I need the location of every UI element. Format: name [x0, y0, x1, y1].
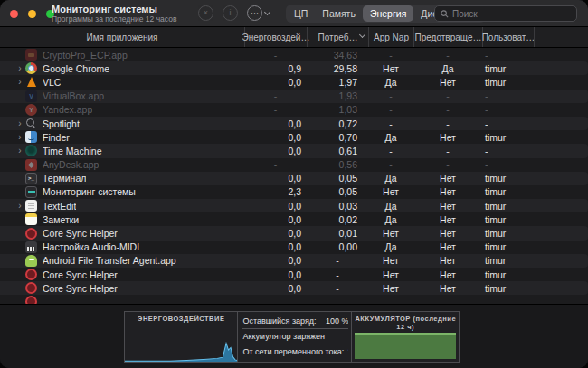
app-nap-cell: -: [368, 146, 413, 156]
battery-level-fill: [355, 333, 456, 359]
user-cell: timur: [482, 63, 534, 74]
disclosure-triangle-icon[interactable]: ›: [14, 132, 25, 142]
quit-process-icon[interactable]: ×: [198, 5, 213, 21]
app-name-cell: ›TextEdit: [0, 200, 244, 212]
energy-impact-cell: 0,0: [244, 228, 307, 239]
process-table: CryptoPro_ECP.app-34,63---›Google Chrome…: [0, 48, 588, 304]
app-nap-cell: Нет: [368, 228, 413, 239]
table-row[interactable]: Core Sync Helper0,00,01НетНетtimur: [0, 226, 588, 240]
app-nap-cell: Да: [368, 132, 413, 143]
more-options-button[interactable]: ···: [247, 5, 270, 21]
chevron-down-icon: [264, 8, 270, 14]
tab-memory[interactable]: Память: [315, 5, 363, 22]
table-row[interactable]: Заметки0,00,02ДаНетtimur: [0, 212, 588, 226]
disclosure-triangle-icon[interactable]: ›: [14, 63, 25, 73]
search-input[interactable]: [452, 9, 571, 19]
disclosure-triangle-icon[interactable]: ›: [14, 146, 25, 156]
table-row[interactable]: AnyDesk.app-0,56---: [0, 158, 588, 172]
table-row[interactable]: ›TextEdit0,00,03ДаНетtimur: [0, 199, 588, 212]
tab-cpu[interactable]: ЦП: [287, 5, 315, 22]
preventing-sleep-cell: -: [413, 90, 482, 101]
column-header-user[interactable]: Пользоват…: [482, 27, 534, 47]
finder-app-icon: [25, 131, 37, 143]
inspect-process-icon[interactable]: i: [223, 5, 238, 21]
app-name: CryptoPro_ECP.app: [43, 50, 128, 61]
app-name-cell: Core Sync Helper: [0, 282, 244, 294]
app-nap-cell: Да: [368, 214, 413, 225]
android-app-icon: [25, 255, 37, 267]
table-row[interactable]: >_Терминал0,00,05ДаНетtimur: [0, 172, 588, 185]
table-row[interactable]: ›Spotlight0,00,72---: [0, 117, 588, 130]
table-row[interactable]: ›Google Chrome0,929,58НетДаtimur: [0, 61, 588, 75]
disclosure-triangle-icon[interactable]: ›: [14, 118, 25, 128]
table-row[interactable]: Настройка Audio-MIDI0,00,00ДаНетtimur: [0, 241, 588, 254]
column-header-filler: [534, 27, 588, 47]
window-title: Мониторинг системы: [52, 4, 176, 14]
battery-info-row: Оставшийся заряд:100 %: [242, 314, 348, 329]
app-name-cell: >_Терминал: [0, 173, 244, 184]
app-name-cell: Настройка Audio-MIDI: [0, 241, 244, 253]
user-cell: timur: [482, 132, 534, 143]
column-label: Имя приложения: [87, 33, 158, 42]
app-nap-cell: -: [368, 104, 413, 115]
app-name: Core Sync Helper: [43, 269, 118, 280]
table-row[interactable]: Мониторинг системы2,30,05НетНетtimur: [0, 185, 588, 199]
ellipsis-icon[interactable]: ···: [247, 5, 262, 21]
table-row[interactable]: Android File Transfer Agent.app0,0-НетНе…: [0, 254, 588, 268]
user-cell: timur: [482, 255, 534, 266]
energy-impact-cell: 0,0: [244, 132, 307, 143]
column-header-appnap[interactable]: App Nap: [368, 27, 413, 47]
app-name: VLC: [43, 77, 61, 88]
column-header-power[interactable]: Потреб…: [307, 27, 368, 47]
table-row[interactable]: ›VLC0,01,97ДаНетtimur: [0, 75, 588, 89]
app-name-cell: Заметки: [0, 213, 244, 225]
app-name-cell: ›Time Machine: [0, 145, 244, 156]
energy-impact-cell: 0,0: [244, 269, 307, 280]
coresync-app-icon: [25, 282, 37, 294]
app-name: Терминал: [43, 173, 86, 184]
power-usage-cell: 0,72: [307, 118, 368, 129]
info-label: Оставшийся заряд:: [242, 316, 316, 326]
table-row[interactable]: YYandex.app-1,03---: [0, 103, 588, 117]
audiomidi-app-icon: [25, 241, 37, 253]
info-value: 12:38: [347, 347, 348, 356]
energy-impact-cell: -: [244, 50, 307, 61]
table-row[interactable]: Core Sync Helper0,0-НетНетtimur: [0, 281, 588, 295]
table-row[interactable]: ›Time Machine0,00,61---: [0, 144, 588, 157]
column-label: Предотвраще…: [415, 33, 482, 42]
preventing-sleep-cell: Нет: [413, 201, 482, 212]
app-name: Core Sync Helper: [43, 283, 118, 294]
table-row[interactable]: [0, 295, 588, 304]
close-window-button[interactable]: [10, 10, 18, 18]
app-nap-cell: Да: [368, 241, 413, 252]
tab-energy[interactable]: Энергия: [363, 5, 413, 22]
table-row[interactable]: Core Sync Helper0,0-НетНетtimur: [0, 268, 588, 281]
toolbar-actions: × i ···: [198, 5, 270, 21]
app-nap-cell: -: [368, 159, 413, 170]
disclosure-triangle-icon[interactable]: ›: [14, 77, 25, 87]
power-usage-cell: 0,03: [307, 201, 368, 212]
disclosure-triangle-icon[interactable]: ›: [14, 201, 25, 211]
energy-impact-cell: 0,0: [244, 173, 307, 184]
app-nap-cell: Да: [368, 201, 413, 212]
column-header-energy[interactable]: Энерговоздей…: [244, 27, 307, 47]
column-header-name[interactable]: Имя приложения: [0, 27, 244, 47]
energy-impact-cell: 0,0: [244, 146, 307, 156]
app-name-cell: ›VLC: [0, 76, 244, 88]
column-header-sleep[interactable]: Предотвраще…: [413, 27, 482, 47]
app-name-cell: Core Sync Helper: [0, 269, 244, 280]
yandex-app-icon: Y: [25, 104, 37, 116]
search-field[interactable]: [434, 5, 577, 22]
app-name: Yandex.app: [43, 104, 92, 115]
table-row[interactable]: ›Finder0,00,70ДаНетtimur: [0, 130, 588, 144]
info-value: 100 %: [326, 316, 349, 326]
preventing-sleep-cell: Нет: [413, 255, 482, 266]
table-row[interactable]: CryptoPro_ECP.app-34,63---: [0, 48, 588, 61]
title-block: Мониторинг системы Программы за последни…: [52, 4, 176, 24]
minimize-window-button[interactable]: [28, 10, 36, 18]
table-header: Имя приложенияЭнерговоздей…Потреб…App Na…: [0, 27, 588, 48]
energy-impact-chart: [125, 326, 237, 362]
table-row[interactable]: VVirtualBox.app-1,93---: [0, 90, 588, 103]
preventing-sleep-cell: -: [413, 159, 482, 170]
preventing-sleep-cell: Нет: [413, 132, 482, 143]
